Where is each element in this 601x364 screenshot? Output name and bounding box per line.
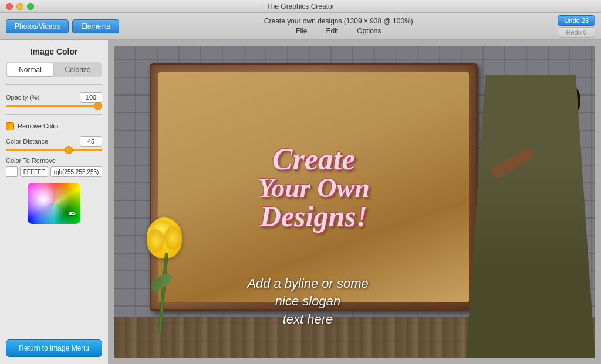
options-menu[interactable]: Options bbox=[353, 26, 384, 36]
design-text-line1: Create bbox=[258, 144, 369, 175]
panel-title: Image Color bbox=[6, 47, 102, 56]
color-to-remove-section: Color To Remove FFFFFF rgb(255,255,255) bbox=[6, 157, 102, 177]
wood-inner: Create Your Own Designs! bbox=[158, 72, 469, 302]
tab-normal[interactable]: Normal bbox=[7, 63, 53, 76]
tab-row: Normal Colorize bbox=[6, 62, 102, 77]
main-content: Image Color Normal Colorize Opacity (%) … bbox=[0, 40, 601, 364]
remove-color-checkbox[interactable] bbox=[6, 122, 14, 130]
file-menu[interactable]: File bbox=[292, 26, 310, 36]
person-body bbox=[466, 75, 595, 358]
design-background: Create Your Own Designs! bbox=[114, 46, 595, 358]
color-hex-input[interactable]: FFFFFF bbox=[20, 166, 48, 177]
wood-frame: Create Your Own Designs! bbox=[150, 63, 478, 311]
rose-petal-2 bbox=[147, 229, 164, 253]
opacity-value[interactable]: 100 bbox=[80, 92, 102, 103]
color-rgb-input[interactable]: rgb(255,255,255) bbox=[50, 166, 102, 177]
divider-2 bbox=[6, 114, 102, 115]
photos-videos-button[interactable]: Photos/Videos bbox=[6, 19, 69, 33]
distance-track[interactable] bbox=[6, 149, 102, 151]
close-button[interactable] bbox=[6, 3, 13, 10]
color-to-remove-label: Color To Remove bbox=[6, 157, 102, 164]
toolbar-nav: File Edit Options bbox=[292, 26, 384, 36]
distance-label: Color Distance bbox=[6, 138, 48, 145]
undo-redo-group: Undo 23 Redo 0 bbox=[558, 15, 595, 38]
left-panel: Image Color Normal Colorize Opacity (%) … bbox=[0, 40, 109, 364]
opacity-slider-row: Opacity (%) 100 bbox=[6, 92, 102, 107]
elements-button[interactable]: Elements bbox=[72, 19, 119, 33]
color-picker-preview[interactable]: ✒ bbox=[28, 183, 80, 224]
edit-menu[interactable]: Edit bbox=[322, 26, 342, 36]
color-swatch[interactable] bbox=[6, 166, 18, 177]
title-bar: The Graphics Creator bbox=[0, 0, 601, 13]
main-toolbar: Photos/Videos Elements Create your own d… bbox=[0, 13, 601, 40]
canvas-info: Create your own designs (1309 × 938 @ 10… bbox=[264, 17, 413, 25]
opacity-label: Opacity (%) bbox=[6, 94, 39, 101]
opacity-label-row: Opacity (%) 100 bbox=[6, 92, 102, 103]
app-title: The Graphics Creator bbox=[266, 2, 334, 11]
eyedropper-icon[interactable]: ✒ bbox=[68, 207, 77, 220]
color-input-row: FFFFFF rgb(255,255,255) bbox=[6, 166, 102, 177]
design-text-line3: Designs! bbox=[258, 202, 369, 231]
person-area bbox=[460, 75, 595, 358]
maximize-button[interactable] bbox=[27, 3, 34, 10]
tab-colorize[interactable]: Colorize bbox=[55, 63, 101, 76]
remove-color-row[interactable]: Remove Color bbox=[6, 122, 102, 130]
divider-1 bbox=[6, 84, 102, 85]
undo-button[interactable]: Undo 23 bbox=[558, 15, 595, 26]
opacity-thumb[interactable] bbox=[94, 102, 102, 110]
toolbar-center: Create your own designs (1309 × 938 @ 10… bbox=[123, 17, 554, 36]
opacity-track[interactable] bbox=[6, 105, 102, 107]
design-text-line2: Your Own bbox=[258, 175, 369, 202]
rose-flower bbox=[147, 217, 182, 258]
distance-value[interactable]: 45 bbox=[80, 136, 102, 147]
return-button[interactable]: Return to Image Menu bbox=[6, 339, 102, 357]
minimize-button[interactable] bbox=[16, 3, 23, 10]
redo-button[interactable]: Redo 0 bbox=[558, 27, 595, 38]
byline-text: Add a byline or somenice slogantext here bbox=[150, 275, 466, 329]
distance-thumb[interactable] bbox=[65, 146, 73, 154]
canvas-area[interactable]: Create Your Own Designs! bbox=[109, 40, 601, 364]
remove-color-label: Remove Color bbox=[18, 123, 59, 130]
canvas-content: Create Your Own Designs! bbox=[114, 46, 595, 358]
main-design-text: Create Your Own Designs! bbox=[252, 138, 375, 237]
rose-petal-3 bbox=[164, 226, 182, 250]
distance-label-row: Color Distance 45 bbox=[6, 136, 102, 147]
window-controls[interactable] bbox=[6, 3, 34, 10]
color-distance-row: Color Distance 45 bbox=[6, 136, 102, 151]
byline-area: Add a byline or somenice slogantext here bbox=[150, 275, 466, 329]
